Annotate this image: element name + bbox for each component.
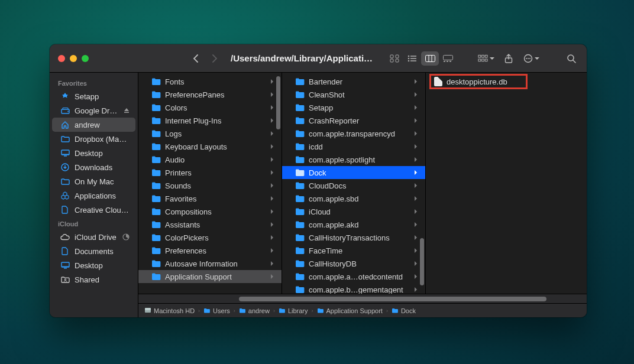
sidebar-item[interactable]: Desktop <box>52 146 135 160</box>
folder-row[interactable]: CallHistoryTransactions <box>282 231 425 244</box>
desktop-icon <box>60 148 70 158</box>
path-crumb[interactable]: Application Support <box>317 307 383 314</box>
sidebar-item[interactable]: Dropbox (Ma… <box>52 132 135 146</box>
sidebar-item[interactable]: Desktop <box>52 258 135 272</box>
folder-row[interactable]: Sounds <box>138 179 282 192</box>
svg-rect-34 <box>62 154 69 155</box>
share-button[interactable] <box>500 51 517 66</box>
folder-row[interactable]: CrashReporter <box>282 114 425 127</box>
path-crumb-label: Dock <box>401 307 416 314</box>
forward-button[interactable] <box>208 52 221 65</box>
chevron-right-icon <box>415 274 419 279</box>
file-label: desktoppicture.db <box>447 77 507 86</box>
path-crumb[interactable]: Users <box>203 307 230 314</box>
folder-row[interactable]: PreferencePanes <box>138 88 282 101</box>
sidebar-item[interactable]: andrew <box>52 118 135 132</box>
folder-row[interactable]: Preferences <box>138 244 282 257</box>
path-crumb[interactable]: Library <box>279 307 308 314</box>
path-crumb[interactable]: andrew <box>239 307 270 314</box>
folder-row[interactable]: ColorPickers <box>138 231 282 244</box>
folder-row[interactable]: Logs <box>138 127 282 140</box>
chevron-right-icon <box>271 92 276 97</box>
horizontal-scrollbar[interactable] <box>138 294 587 303</box>
column[interactable]: FontsPreferencePanesColorsInternet Plug-… <box>138 73 282 294</box>
minimize-button[interactable] <box>70 55 77 62</box>
sidebar-item[interactable]: Downloads <box>52 160 135 174</box>
eject-icon[interactable] <box>124 108 130 113</box>
sidebar-item[interactable]: Documents <box>52 244 135 258</box>
close-button[interactable] <box>58 55 65 62</box>
column[interactable]: BartenderCleanShotSetappCrashReportercom… <box>282 73 426 294</box>
folder-row[interactable]: Application Support <box>138 270 282 283</box>
svg-rect-17 <box>478 55 481 57</box>
downloads-icon <box>60 162 70 172</box>
folder-row[interactable]: Dock <box>282 166 425 179</box>
folder-row[interactable]: Favorites <box>138 192 282 205</box>
folder-label: Internet Plug-Ins <box>165 116 267 125</box>
svg-point-27 <box>529 58 531 59</box>
search-button[interactable] <box>563 51 580 66</box>
folder-row[interactable]: Internet Plug-Ins <box>138 114 282 127</box>
action-button[interactable] <box>523 51 539 66</box>
folder-row[interactable]: Audio <box>138 153 282 166</box>
sidebar-item[interactable]: Applications <box>52 188 135 203</box>
folder-row[interactable]: Keyboard Layouts <box>138 140 282 153</box>
sidebar-item[interactable]: Setapp <box>52 89 135 103</box>
folder-label: Favorites <box>165 194 267 203</box>
folder-row[interactable]: com.apple.transparencyd <box>282 127 425 140</box>
sidebar-item[interactable]: iCloud Drive <box>52 230 135 244</box>
sidebar-item[interactable]: Shared <box>52 272 135 287</box>
folder-row[interactable]: Printers <box>138 166 282 179</box>
chevron-right-icon <box>415 144 419 149</box>
folder-row[interactable]: com.apple.spotlight <box>282 153 425 166</box>
path-bar[interactable]: Macintosh HD›Users›andrew›Library›Applic… <box>138 303 587 317</box>
folder-row[interactable]: Autosave Information <box>138 257 282 270</box>
sidebar-item-label: Setapp <box>75 92 130 101</box>
folder-row[interactable]: com.apple.a…otedcontentd <box>282 270 425 283</box>
svg-rect-14 <box>444 61 445 62</box>
chevron-right-icon <box>271 118 276 123</box>
vertical-scrollbar[interactable] <box>420 238 424 285</box>
folder-row[interactable]: iCloud <box>282 205 425 218</box>
sidebar[interactable]: FavoritesSetappGoogle Dr…andrewDropbox (… <box>50 73 138 317</box>
folder-row[interactable]: com.apple.b…gementagent <box>282 283 425 294</box>
folder-row[interactable]: Bartender <box>282 75 425 88</box>
sidebar-item[interactable]: Google Dr… <box>52 103 135 118</box>
folder-row[interactable]: Colors <box>138 101 282 114</box>
folder-label: icdd <box>309 142 410 151</box>
svg-rect-20 <box>478 58 481 61</box>
folder-row[interactable]: CleanShot <box>282 88 425 101</box>
sidebar-item[interactable]: On My Mac <box>52 174 135 188</box>
folder-row[interactable]: FaceTime <box>282 244 425 257</box>
sidebar-item[interactable]: Creative Clou… <box>52 203 135 217</box>
column[interactable]: desktoppicture.db <box>426 73 587 294</box>
window-title: /Users/andrew/Library/Applicati… <box>231 53 373 63</box>
sidebar-section-header: iCloud <box>50 217 138 230</box>
folder-row[interactable]: icdd <box>282 140 425 153</box>
folder-row[interactable]: CloudDocs <box>282 179 425 192</box>
folder-row[interactable]: com.apple.akd <box>282 218 425 231</box>
back-button[interactable] <box>189 52 202 65</box>
group-button[interactable] <box>478 51 494 66</box>
folder-row[interactable]: Assistants <box>138 218 282 231</box>
vertical-scrollbar[interactable] <box>276 76 280 129</box>
folder-row[interactable]: com.apple.sbd <box>282 192 425 205</box>
folder-row[interactable]: Fonts <box>138 75 282 88</box>
gallery-view-button[interactable] <box>439 51 457 66</box>
folder-row[interactable]: CallHistoryDB <box>282 257 425 270</box>
icon-view-button[interactable] <box>386 51 403 66</box>
folder-row[interactable]: Setapp <box>282 101 425 114</box>
view-mode-segmented <box>386 51 457 66</box>
chevron-right-icon <box>271 248 276 253</box>
file-row[interactable]: desktoppicture.db <box>426 75 587 88</box>
column-view-button[interactable] <box>421 51 439 66</box>
zoom-button[interactable] <box>82 55 89 62</box>
sidebar-section-header: Favorites <box>50 76 138 89</box>
folder-label: com.apple.akd <box>309 220 410 229</box>
path-crumb-label: Macintosh HD <box>154 307 195 314</box>
folder-row[interactable]: Compositions <box>138 205 282 218</box>
list-view-button[interactable] <box>403 51 421 66</box>
document-icon <box>434 77 442 86</box>
path-crumb[interactable]: Macintosh HD <box>144 307 195 314</box>
path-crumb[interactable]: Dock <box>392 307 416 314</box>
